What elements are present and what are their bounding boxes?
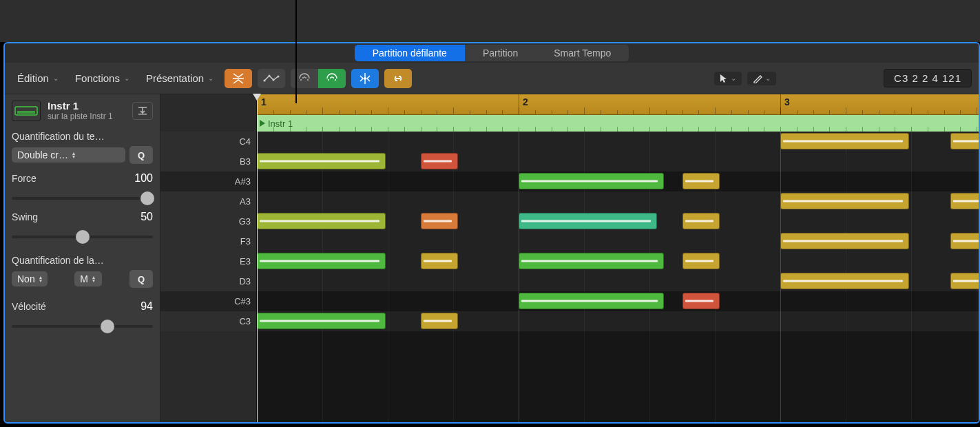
midi-note[interactable] bbox=[421, 153, 458, 169]
catch-playhead-button[interactable] bbox=[351, 69, 379, 88]
track-name: Instr 1 bbox=[48, 100, 113, 112]
svg-point-11 bbox=[330, 77, 331, 79]
svg-rect-18 bbox=[17, 111, 35, 114]
svg-point-9 bbox=[304, 76, 305, 78]
strength-value: 100 bbox=[134, 172, 153, 185]
midi-note[interactable] bbox=[257, 253, 386, 269]
time-quantize-popup[interactable]: Double cr… ▴▾ bbox=[12, 147, 125, 163]
chevron-down-icon: ⌄ bbox=[124, 74, 129, 82]
svg-rect-19 bbox=[138, 114, 147, 115]
tab-score[interactable]: Partition bbox=[465, 45, 536, 61]
playhead-handle-icon[interactable] bbox=[253, 94, 261, 101]
midi-note[interactable] bbox=[682, 293, 720, 309]
midi-note[interactable] bbox=[682, 253, 720, 269]
slider-track bbox=[12, 197, 153, 200]
link-icon bbox=[391, 74, 405, 83]
automation-button[interactable] bbox=[258, 69, 285, 88]
swing-slider[interactable] bbox=[12, 229, 153, 245]
scale-quant-value-1: Non bbox=[17, 273, 35, 284]
link-button[interactable] bbox=[384, 69, 412, 88]
background-dark-area bbox=[0, 0, 980, 42]
scale-quant-value-2: M bbox=[80, 273, 88, 284]
note-label: B3 bbox=[160, 152, 256, 171]
midi-note[interactable] bbox=[519, 173, 664, 189]
midi-note[interactable] bbox=[682, 213, 720, 229]
slider-thumb[interactable] bbox=[101, 320, 114, 333]
swing-value: 50 bbox=[140, 211, 153, 223]
chevron-down-icon: ⌄ bbox=[53, 74, 59, 82]
svg-point-4 bbox=[278, 75, 280, 77]
slider-thumb[interactable] bbox=[76, 230, 90, 244]
track-subtitle: sur la piste Instr 1 bbox=[48, 112, 113, 121]
midi-in-button[interactable] bbox=[318, 69, 346, 88]
midi-note[interactable] bbox=[780, 193, 909, 209]
svg-point-14 bbox=[331, 76, 333, 78]
velocity-label: Vélocité bbox=[12, 301, 46, 312]
chevron-down-icon: ⌄ bbox=[731, 74, 736, 82]
region-header[interactable]: Instr 1 bbox=[257, 115, 979, 132]
piano-roll-editor-window: Partition défilante Partition Smart Temp… bbox=[3, 42, 980, 424]
slider-thumb[interactable] bbox=[140, 191, 154, 205]
left-click-tool[interactable]: ⌄ bbox=[714, 72, 742, 85]
stepper-arrows-icon: ▴▾ bbox=[72, 152, 75, 158]
editor-toolbar: Édition ⌄ Fonctions ⌄ Présentation ⌄ bbox=[5, 63, 979, 94]
midi-note[interactable] bbox=[257, 313, 386, 329]
view-menu[interactable]: Présentation ⌄ bbox=[140, 70, 219, 87]
note-label: C#3 bbox=[160, 291, 256, 311]
svg-point-16 bbox=[364, 77, 366, 80]
midi-note[interactable] bbox=[519, 293, 664, 309]
midi-note[interactable] bbox=[519, 213, 657, 229]
note-label: D3 bbox=[160, 271, 256, 291]
midi-note[interactable] bbox=[257, 153, 386, 169]
chevron-down-icon: ⌄ bbox=[765, 74, 771, 82]
strength-slider[interactable] bbox=[12, 190, 153, 207]
automation-icon bbox=[263, 74, 280, 83]
functions-menu[interactable]: Fonctions ⌄ bbox=[70, 70, 135, 87]
midi-note[interactable] bbox=[421, 253, 458, 269]
view-tabs: Partition défilante Partition Smart Temp… bbox=[5, 43, 979, 63]
midi-note[interactable] bbox=[950, 233, 980, 249]
tab-smart-tempo[interactable]: Smart Tempo bbox=[536, 45, 629, 61]
inspector-panel: Instr 1 sur la piste Instr 1 Quantificat… bbox=[5, 94, 160, 422]
cmd-click-tool[interactable]: ⌄ bbox=[747, 72, 776, 85]
midi-note[interactable] bbox=[950, 133, 980, 149]
instrument-icon bbox=[12, 101, 41, 121]
catch-arrow-icon bbox=[137, 106, 148, 116]
svg-point-6 bbox=[302, 77, 304, 79]
note-label: E3 bbox=[160, 251, 256, 271]
midi-note[interactable] bbox=[780, 233, 909, 249]
scale-quantize-popup-2[interactable]: M ▴▾ bbox=[74, 271, 102, 287]
midi-note[interactable] bbox=[682, 173, 720, 189]
svg-point-5 bbox=[300, 79, 302, 81]
bar-ruler[interactable]: 123 bbox=[257, 94, 979, 115]
svg-point-3 bbox=[273, 79, 275, 81]
slider-track bbox=[12, 325, 153, 328]
midi-note[interactable] bbox=[421, 313, 458, 329]
scale-quantize-label: Quantification de la… bbox=[12, 255, 153, 266]
piano-roll-area: C4B3A#3A3G3F3E3D3C#3C3 123 Instr 1 bbox=[160, 94, 979, 422]
info-display: C3 2 2 4 121 bbox=[884, 69, 972, 87]
midi-note[interactable] bbox=[257, 213, 386, 229]
collapse-button[interactable] bbox=[225, 69, 252, 88]
scale-quantize-popup-1[interactable]: Non ▴▾ bbox=[12, 271, 48, 287]
quantize-button[interactable]: Q bbox=[129, 146, 153, 164]
catch-button[interactable] bbox=[132, 102, 153, 120]
edit-menu[interactable]: Édition ⌄ bbox=[12, 70, 64, 87]
midi-out-icon bbox=[298, 73, 311, 84]
pointer-icon bbox=[720, 74, 728, 83]
snap-icon bbox=[359, 72, 371, 85]
strength-label: Force bbox=[12, 173, 37, 184]
midi-note[interactable] bbox=[950, 193, 980, 209]
midi-note[interactable] bbox=[519, 253, 664, 269]
svg-point-8 bbox=[307, 79, 309, 81]
velocity-slider[interactable] bbox=[12, 318, 153, 335]
tab-piano-roll[interactable]: Partition défilante bbox=[355, 45, 465, 61]
midi-note[interactable] bbox=[421, 213, 458, 229]
note-grid[interactable] bbox=[257, 132, 979, 422]
midi-note[interactable] bbox=[950, 273, 980, 289]
playhead[interactable] bbox=[257, 94, 258, 422]
midi-note[interactable] bbox=[780, 273, 909, 289]
scale-quantize-button[interactable]: Q bbox=[129, 270, 153, 288]
midi-note[interactable] bbox=[780, 133, 909, 149]
time-quantize-label: Quantification du te… bbox=[12, 131, 153, 142]
